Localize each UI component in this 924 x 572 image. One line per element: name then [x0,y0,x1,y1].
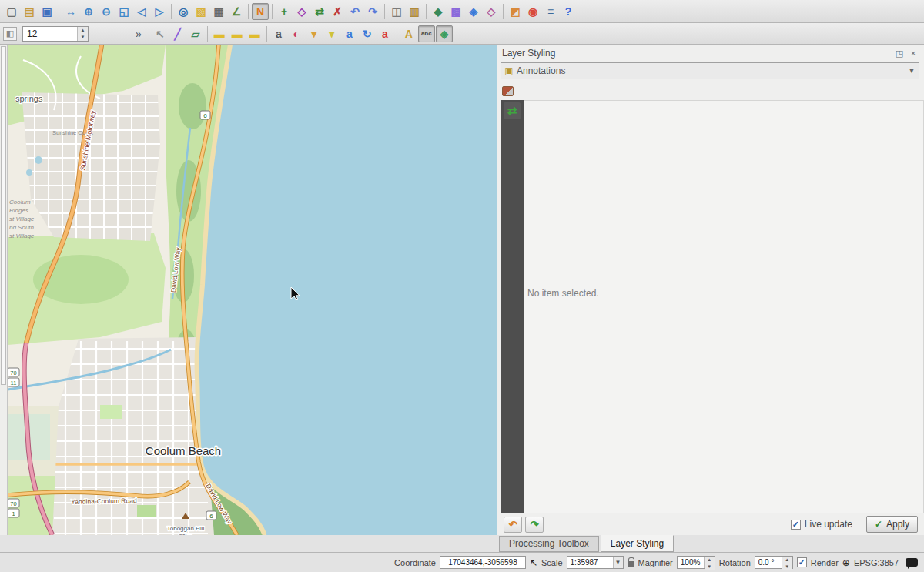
spin-up-icon[interactable]: ▲ [782,557,792,564]
project-new-icon[interactable]: ▢ [3,3,20,20]
move-label-icon[interactable]: a [341,25,358,42]
map-pan-icon[interactable]: ↔ [62,3,79,20]
python-console-icon[interactable]: ≡ [542,3,559,20]
left-dock-gutter [0,45,8,535]
suburb-label: Coolum [9,199,31,206]
styling-content: No item selected. [524,100,924,513]
svg-text:1: 1 [12,510,15,517]
scale-dropdown-icon[interactable]: ▼ [613,557,623,568]
project-open-icon[interactable]: ▤ [21,3,38,20]
spin-down-icon[interactable]: ▼ [78,34,88,41]
undo-icon[interactable]: ↶ [346,3,363,20]
add-raster-layer-icon[interactable]: ▩ [447,3,464,20]
vertex-tool-icon[interactable]: ◇ [293,3,310,20]
annotation-polygon-icon[interactable]: ▱ [187,25,204,42]
measure-line-icon[interactable]: ∠ [228,3,245,20]
collapsed-panel-strip[interactable] [1,46,6,385]
layer-diagram-icon[interactable]: ◐ [288,25,305,42]
select-features-icon[interactable]: ▧ [192,3,209,20]
layer-labeling-icon[interactable]: a [270,25,287,42]
help-contents-icon[interactable]: ? [560,3,577,20]
rotate-label-icon[interactable]: ↻ [359,25,376,42]
highlight-labels-icon[interactable]: ▾ [323,25,340,42]
suburb-label: Ridges [9,207,28,214]
layer-selector-dropdown[interactable]: ▣ Annotations ▼ [500,62,919,79]
toolbar-separator [397,26,397,42]
apply-label: Apply [886,519,909,530]
style-undo-button[interactable]: ↶ [504,517,522,533]
layer-styling-panel: Layer Styling ◳ × ▣ Annotations ▼ ⇄ No i… [497,45,924,535]
processing-toolbox-icon[interactable]: ◉ [524,3,541,20]
open-attribute-table-icon[interactable]: ▦ [210,3,227,20]
tab-processing-toolbox[interactable]: Processing Toolbox [499,536,599,552]
new-shapefile-layer-icon[interactable]: ◇ [483,3,500,20]
project-save-icon[interactable]: ▣ [38,3,55,20]
html-annotation-icon[interactable]: ▬ [229,25,246,42]
undock-panel-icon[interactable]: ◳ [893,47,906,59]
symbology-icon[interactable] [502,86,514,96]
value-combo-text: 12 [23,28,77,39]
value-combo[interactable]: 12 ▲▼ [22,26,89,42]
annotation-symbology-tab-icon[interactable]: ⇄ [504,102,521,119]
magnifier-spinbox[interactable]: 100% ▲▼ [677,556,715,569]
town-label: Coolum Beach [146,444,221,457]
rotation-spinner[interactable]: ▲▼ [782,557,792,568]
svg-annotation-icon[interactable]: ▬ [246,25,263,42]
crs-globe-icon[interactable]: ⊕ [842,557,850,568]
zoom-next-icon[interactable]: ▷ [151,3,168,20]
scale-combo[interactable]: 1:35987 ▼ [567,556,624,569]
spin-up-icon[interactable]: ▲ [78,27,88,34]
style-manager-icon[interactable]: ◩ [507,3,524,20]
change-label-icon[interactable]: a [377,25,393,42]
copy-features-icon[interactable]: ◫ [388,3,405,20]
layer-styling-toggle-icon[interactable]: ◈ [436,25,453,42]
coordinate-capture-icon[interactable]: ↖ [530,557,537,568]
zoom-out-icon[interactable]: ⊖ [98,3,115,20]
labeling-options-icon[interactable]: abc [418,25,435,42]
annotation-select-icon[interactable]: ↖ [152,25,169,42]
value-combo-spinner[interactable]: ▲▼ [77,27,88,41]
text-annotation-icon[interactable]: ▬ [211,25,228,42]
style-redo-button[interactable]: ↷ [525,517,544,533]
move-feature-icon[interactable]: ⇄ [311,3,328,20]
crs-label[interactable]: EPSG:3857 [854,558,899,567]
close-panel-icon[interactable]: × [907,47,919,59]
style-mini-toolbar [497,82,924,100]
layer-styling-header: Layer Styling ◳ × [497,45,924,62]
undo-icon: ↶ [509,519,517,530]
add-vector-layer-icon[interactable]: ◆ [430,3,447,20]
annotation-line-icon[interactable]: ╱ [169,25,186,42]
toolbar-separator [384,4,385,19]
live-update-checkbox[interactable]: ✓ [791,520,801,530]
identify-features-icon[interactable]: ◎ [175,3,192,20]
spin-up-icon[interactable]: ▲ [705,557,715,564]
live-update-toggle[interactable]: ✓ Live update [791,519,852,530]
spin-down-icon[interactable]: ▼ [782,564,792,570]
add-wms-layer-icon[interactable]: ◈ [465,3,482,20]
zoom-in-icon[interactable]: ⊕ [80,3,97,20]
messages-icon[interactable] [906,558,918,567]
tab-layer-styling[interactable]: Layer Styling [601,535,674,552]
scale-lock-icon[interactable] [628,561,634,567]
toolbar-dock-icon[interactable]: ◧ [3,27,17,41]
spin-down-icon[interactable]: ▼ [705,564,715,570]
map-canvas[interactable]: 6 6 70 11 70 1 springs Sunshine Coast Co [8,45,497,535]
magnifier-spinner[interactable]: ▲▼ [704,557,715,568]
styling-tabstrip: ⇄ [500,100,524,513]
status-bar: Coordinate ↖ Scale 1:35987 ▼ Magnifier 1… [0,552,924,572]
apply-button[interactable]: ✓ Apply [866,516,918,533]
redo-icon[interactable]: ↷ [364,3,381,20]
rotation-spinbox[interactable]: 0.0 ° ▲▼ [755,556,793,569]
text-style-icon[interactable]: A [400,25,417,42]
render-checkbox[interactable]: ✓ [797,557,807,567]
pin-labels-icon[interactable]: ▾ [306,25,323,42]
paste-features-icon[interactable]: ▥ [406,3,423,20]
coordinate-input[interactable] [440,556,526,569]
zoom-full-icon[interactable]: ◱ [116,3,132,20]
annotation-tool-icon[interactable]: N [252,3,269,20]
zoom-last-icon[interactable]: ◁ [133,3,150,20]
delete-selected-icon[interactable]: ✗ [329,3,346,20]
toolbar-overflow-icon[interactable]: » [136,28,142,40]
add-feature-icon[interactable]: + [276,3,293,20]
redo-icon: ↷ [531,519,539,530]
